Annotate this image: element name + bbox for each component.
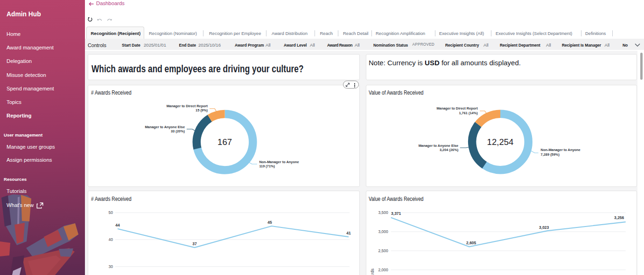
svg-text:1,761 (14%): 1,761 (14%): [459, 111, 478, 115]
svg-text:45: 45: [267, 220, 272, 225]
svg-text:2,500: 2,500: [378, 248, 389, 253]
svg-text:33 (20%): 33 (20%): [171, 129, 185, 133]
svg-text:40: 40: [109, 237, 113, 242]
svg-text:2,000: 2,000: [378, 268, 389, 272]
svg-text:50: 50: [109, 210, 113, 215]
svg-text:7,289 (59%): 7,289 (59%): [541, 152, 560, 157]
svg-text:Manager to Anyone Else: Manager to Anyone Else: [145, 125, 185, 129]
svg-text:3,204 (26%): 3,204 (26%): [440, 148, 459, 152]
svg-text:167: 167: [217, 137, 232, 147]
svg-text:3,371: 3,371: [391, 212, 401, 216]
svg-text:12,254: 12,254: [487, 137, 514, 147]
svg-text:15 (9%): 15 (9%): [196, 108, 208, 112]
svg-text:3,000: 3,000: [378, 229, 389, 234]
svg-text:2,605: 2,605: [466, 241, 476, 245]
svg-text:3,256: 3,256: [614, 216, 624, 220]
svg-text:Non-Manager to Anyone: Non-Manager to Anyone: [541, 148, 581, 152]
svg-text:30: 30: [109, 264, 113, 269]
svg-text:Non-Manager to Anyone: Non-Manager to Anyone: [259, 160, 299, 164]
svg-text:41: 41: [346, 231, 351, 235]
svg-text:Value of Awards: Value of Awards: [370, 268, 375, 275]
svg-text:Manager to Anyone Else: Manager to Anyone Else: [419, 144, 459, 148]
svg-text:Manager to Direct Report: Manager to Direct Report: [437, 106, 478, 110]
svg-text:3,500: 3,500: [378, 210, 389, 215]
svg-text:37: 37: [192, 241, 197, 246]
svg-text:119 (71%): 119 (71%): [259, 164, 275, 168]
svg-text:44: 44: [115, 223, 120, 227]
svg-text:3,023: 3,023: [539, 225, 549, 230]
